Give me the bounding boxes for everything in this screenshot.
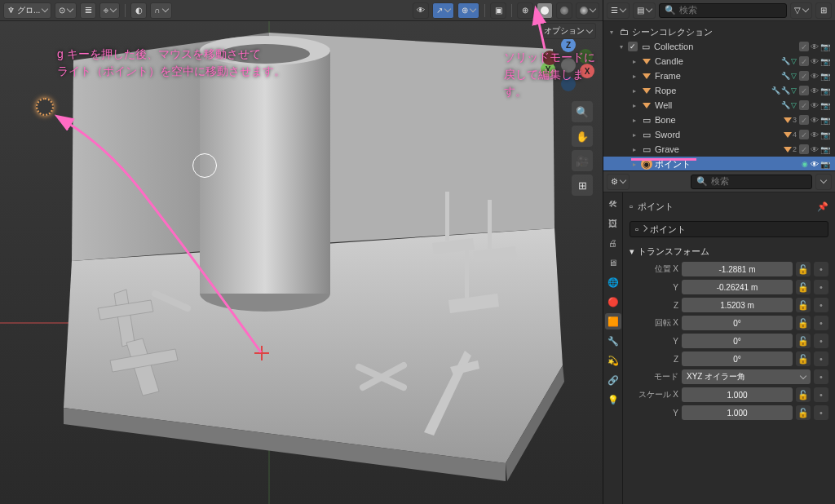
shading-wireframe[interactable]: ⊕ xyxy=(517,2,533,19)
outliner-display-mode[interactable]: ▤ xyxy=(633,2,656,19)
chevron-down-icon xyxy=(590,6,596,12)
ptab-modifiers[interactable]: 🔧 xyxy=(605,333,621,349)
ptab-viewlayer[interactable]: 🖥 xyxy=(605,254,621,271)
tree-label: Candle xyxy=(655,56,779,66)
scene-icon: 🗀 xyxy=(618,26,630,38)
viewport-3d[interactable]: ♆ グロ... ⊙ 𝌆 ⎆ ◐ ∩ 👁 ↗ ⊕ ▣ ⊕ オプション Z X xyxy=(0,0,603,504)
scale-y-field[interactable]: 1.000 xyxy=(682,405,793,420)
sphere-icon xyxy=(580,7,588,15)
orientation-label: グロ... xyxy=(17,5,40,16)
ptab-object[interactable]: 🟧 xyxy=(605,313,621,329)
visibility-toggle[interactable]: 👁 xyxy=(413,2,429,19)
proportional-dropdown[interactable]: ∩ xyxy=(150,2,171,19)
sphere-icon xyxy=(541,7,549,15)
svg-rect-22 xyxy=(465,245,469,298)
location-z-field[interactable]: 1.5203 m xyxy=(682,298,793,312)
snap-toggle[interactable]: 𝌆 xyxy=(80,2,96,19)
orientation-dropdown[interactable]: ♆ グロ... xyxy=(3,2,51,19)
shading-matprev[interactable] xyxy=(556,2,572,19)
chevron-down-icon xyxy=(67,6,73,12)
axis-x[interactable]: X xyxy=(580,64,594,78)
viewport-side-tools: 🔍 ✋ 🎥 ⊞ xyxy=(572,101,593,196)
light-position-marker xyxy=(36,98,54,116)
gizmo-toggle[interactable]: ↗ xyxy=(432,2,454,19)
svg-rect-20 xyxy=(488,200,492,249)
ptab-data[interactable]: 💡 xyxy=(605,391,621,408)
sphere-icon xyxy=(560,7,568,15)
collection-checkbox[interactable]: ✓ xyxy=(628,42,638,51)
properties-options[interactable] xyxy=(815,174,832,190)
viewport-options-dropdown[interactable]: オプション xyxy=(540,23,596,39)
properties-editor-type[interactable]: ⚙ xyxy=(607,174,630,190)
annotation-underline xyxy=(631,158,696,161)
xray-toggle[interactable]: ▣ xyxy=(490,2,506,19)
tree-item-rope[interactable]: ▸ Rope 🔧🔧▽ ✓👁📷 xyxy=(603,83,835,98)
transform-section-header[interactable]: ▾トランスフォーム xyxy=(630,243,828,259)
object-name-field[interactable]: ▫ ポイント xyxy=(630,221,828,237)
snap-dropdown[interactable]: ⎆ xyxy=(99,2,120,19)
camera-tool[interactable]: 🎥 xyxy=(572,150,593,171)
viewport-header: ♆ グロ... ⊙ 𝌆 ⎆ ◐ ∩ 👁 ↗ ⊕ ▣ ⊕ xyxy=(0,0,603,21)
properties-breadcrumb: ▫ ポイント 📌 xyxy=(630,197,828,215)
outliner-panel: ☰ ▤ 🔍検索 ▽ ⊞ ▾ 🗀 シーンコレクション ▾ ✓ ▭ Collecti… xyxy=(603,0,835,171)
search-icon: 🔍 xyxy=(665,5,676,15)
overlay-toggle[interactable]: ⊕ xyxy=(457,2,479,19)
outliner-editor-type[interactable]: ☰ xyxy=(607,2,630,19)
proportional-toggle[interactable]: ◐ xyxy=(130,2,147,19)
ptab-render[interactable]: 🖼 xyxy=(605,215,621,232)
keyframe-dot-icon[interactable]: • xyxy=(814,262,828,276)
pivot-dropdown[interactable]: ⊙ xyxy=(55,2,77,19)
ptab-scene[interactable]: 🌐 xyxy=(605,274,621,290)
tree-label: Collection xyxy=(654,42,797,51)
outliner-filter[interactable]: ▽ xyxy=(790,2,812,19)
rotation-z-field[interactable]: 0° xyxy=(682,351,793,366)
axis-z[interactable]: Z xyxy=(561,38,576,52)
ptab-tool[interactable]: 🛠 xyxy=(605,196,621,212)
svg-rect-8 xyxy=(200,49,330,294)
tree-item-grave[interactable]: ▸ ▭ Grave 2 ✓👁📷 xyxy=(603,142,835,157)
collection-icon: ▭ xyxy=(641,114,652,126)
outliner-search[interactable]: 🔍検索 xyxy=(659,3,787,18)
outliner-tree[interactable]: ▾ 🗀 シーンコレクション ▾ ✓ ▭ Collection ✓👁📷 ▸ Can… xyxy=(603,21,835,170)
mesh-icon xyxy=(643,73,651,79)
mesh-data-icon: ▽ xyxy=(791,57,797,65)
pin-icon[interactable]: 📌 xyxy=(817,201,828,212)
mesh-icon xyxy=(643,59,651,64)
lock-icon[interactable]: 🔓 xyxy=(796,262,811,276)
location-y-field[interactable]: -0.26241 m xyxy=(682,280,793,294)
ptab-output[interactable]: 🖨 xyxy=(605,235,621,251)
tree-item-bone[interactable]: ▸ ▭ Bone 3 ✓👁📷 xyxy=(603,113,835,127)
properties-search[interactable]: 🔍検索 xyxy=(691,175,812,189)
svg-rect-18 xyxy=(445,192,449,241)
perspective-tool[interactable]: ⊞ xyxy=(572,175,593,196)
properties-tab-strip: 🛠 🖼 🖨 🖥 🌐 🔴 🟧 🔧 💫 🔗 💡 xyxy=(603,192,623,504)
shading-solid[interactable] xyxy=(537,2,553,19)
rotation-mode-dropdown[interactable]: XYZ オイラー角 xyxy=(682,369,811,384)
collection-icon: ▭ xyxy=(640,41,652,52)
outliner-new-collection[interactable]: ⊞ xyxy=(815,2,832,19)
ptab-constraints[interactable]: 🔗 xyxy=(605,372,621,388)
ptab-world[interactable]: 🔴 xyxy=(605,294,621,310)
tree-item-candle[interactable]: ▸ Candle 🔧▽ ✓👁📷 xyxy=(603,54,835,69)
shading-rendered[interactable] xyxy=(576,2,599,19)
pan-tool[interactable]: ✋ xyxy=(572,126,593,147)
ptab-physics[interactable]: 💫 xyxy=(605,352,621,369)
chevron-down-icon xyxy=(444,6,451,12)
breadcrumb-label: ポイント xyxy=(638,201,674,213)
rotation-x-field[interactable]: 0° xyxy=(682,316,793,330)
3d-cursor xyxy=(254,346,269,360)
tree-scene-collection[interactable]: ▾ 🗀 シーンコレクション xyxy=(603,24,835,39)
scale-x-field[interactable]: 1.000 xyxy=(682,387,793,402)
chevron-down-icon xyxy=(586,26,593,33)
chevron-down-icon xyxy=(161,6,168,12)
tree-collection[interactable]: ▾ ✓ ▭ Collection ✓👁📷 xyxy=(603,39,835,54)
zoom-tool[interactable]: 🔍 xyxy=(572,101,593,122)
tree-label: シーンコレクション xyxy=(632,26,830,38)
location-x-field[interactable]: -1.2881 m xyxy=(682,262,793,276)
properties-panel: ⚙ 🔍検索 🛠 🖼 🖨 🖥 🌐 🔴 🟧 🔧 💫 🔗 💡 xyxy=(603,171,835,504)
tree-item-frame[interactable]: ▸ Frame 🔧▽ ✓👁📷 xyxy=(603,69,835,83)
tree-item-sword[interactable]: ▸ ▭ Sword 4 ✓👁📷 xyxy=(603,127,835,142)
navigation-gizmo[interactable]: Z X Y xyxy=(542,39,594,91)
tree-item-well[interactable]: ▸ Well 🔧▽ ✓👁📷 xyxy=(603,98,835,113)
rotation-y-field[interactable]: 0° xyxy=(682,334,793,348)
